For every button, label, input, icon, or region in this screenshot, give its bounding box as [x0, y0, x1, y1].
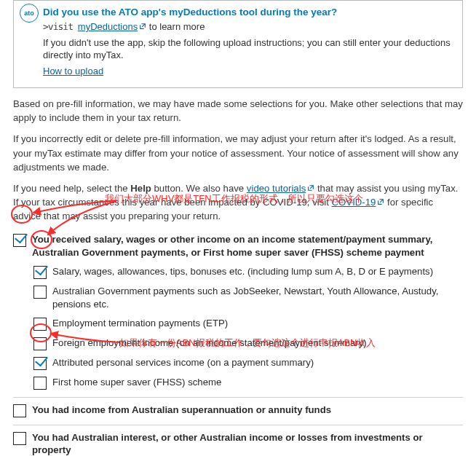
row-salary-item-5: First home super saver (FHSS) scheme — [33, 373, 463, 393]
learn-more: to learn more — [146, 21, 205, 32]
infobox-mydeductions: ato Did you use the ATO app's myDeductio… — [13, 0, 463, 88]
label-foreign-employment: Foreign employment income (on an income … — [52, 337, 463, 350]
section-invest-row: You had Australian interest, or other Au… — [13, 425, 463, 456]
external-link-icon — [377, 198, 384, 205]
row-salary-item-4: Attributed personal services income (on … — [33, 353, 463, 373]
intro-para-2: If you incorrectly edit or delete pre-fi… — [13, 132, 463, 173]
checkbox-attributed-psi[interactable] — [33, 357, 47, 370]
external-link-icon — [307, 184, 314, 192]
row-salary-item-0: Salary, wages, allowances, tips, bonuses… — [33, 262, 463, 282]
external-link-icon — [139, 23, 146, 30]
mydeductions-link[interactable]: myDeductions — [78, 21, 146, 32]
intro-para-3: If you need help, select the Help button… — [13, 181, 463, 223]
label-etp: Employment termination payments (ETP) — [52, 317, 463, 330]
checkbox-super[interactable] — [13, 404, 26, 417]
checkbox-salary-header-label: You received salary, wages or other inco… — [32, 233, 463, 259]
checkbox-salary-header[interactable] — [13, 234, 26, 247]
checkbox-gov-payments[interactable] — [33, 286, 47, 299]
visit-prefix: >visit — [43, 21, 78, 32]
label-gov-payments: Australian Government payments such as J… — [52, 285, 463, 311]
infobox-visit-line: >visit myDeductions to learn more — [43, 20, 456, 34]
help-button-label: Help — [130, 183, 151, 194]
label-invest: You had Australian interest, or other Au… — [32, 431, 463, 456]
label-attributed-psi: Attributed personal services income (on … — [52, 356, 463, 369]
checkbox-fhss[interactable] — [33, 377, 47, 390]
checkbox-invest[interactable] — [13, 432, 26, 445]
ato-logo-icon: ato — [20, 4, 39, 23]
row-salary-item-3: Foreign employment income (on an income … — [33, 334, 463, 353]
label-fhss: First home super saver (FHSS) scheme — [52, 376, 463, 389]
row-salary-item-1: Australian Government payments such as J… — [33, 282, 463, 314]
infobox-skip-text: If you didn't use the app, skip the foll… — [43, 36, 456, 62]
infobox-title: Did you use the ATO app's myDeductions t… — [43, 7, 456, 17]
label-super: You had income from Australian superannu… — [32, 404, 463, 417]
checkbox-foreign-employment[interactable] — [33, 337, 47, 350]
covid-19-link[interactable]: COVID-19 — [332, 197, 385, 208]
intro-para-1: Based on pre-fill information, we may ha… — [13, 97, 463, 125]
row-salary-item-2: Employment termination payments (ETP) — [33, 314, 463, 334]
how-to-upload-link[interactable]: How to upload — [43, 66, 103, 76]
section-salary-header-row: You received salary, wages or other inco… — [13, 230, 463, 262]
checkbox-salary-wages[interactable] — [33, 266, 47, 279]
section-super-row: You had income from Australian superannu… — [13, 397, 463, 420]
video-tutorials-link[interactable]: video tutorials — [247, 183, 314, 194]
checkbox-etp[interactable] — [33, 318, 47, 331]
label-salary-wages: Salary, wages, allowances, tips, bonuses… — [52, 265, 463, 278]
